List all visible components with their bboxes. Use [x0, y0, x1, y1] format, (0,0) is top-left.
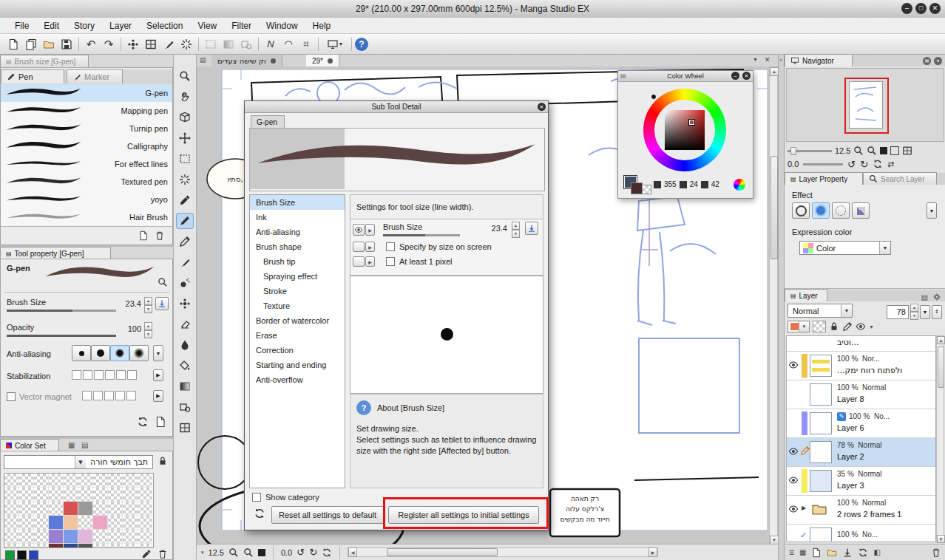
color-swatch[interactable] — [93, 488, 108, 502]
anti-aliasing-none[interactable] — [72, 345, 91, 361]
color-swatch[interactable] — [78, 502, 93, 516]
hue-cursor[interactable] — [651, 94, 657, 100]
brush-item-yoyo[interactable]: yoyo — [1, 191, 172, 208]
dialog-affected-by-button[interactable] — [525, 222, 538, 235]
maximize-button[interactable]: □ — [915, 3, 927, 14]
tool-pen[interactable] — [176, 213, 194, 229]
palette-select[interactable]: תבך חומשי חורה ▼ — [4, 455, 153, 469]
reset-all-settings-button[interactable]: Reset all settings to default — [271, 506, 384, 524]
brush-item-textured-pen[interactable]: Textured pen — [1, 173, 172, 191]
tool-selection[interactable] — [176, 151, 194, 167]
category-brush-size[interactable]: Brush Size — [250, 195, 345, 210]
color-swatch[interactable] — [4, 502, 19, 516]
merge-down-icon[interactable] — [858, 547, 868, 558]
tab-layer[interactable]: ▤Layer — [785, 289, 827, 301]
tool-airbrush[interactable] — [176, 275, 194, 291]
anti-aliasing-medium[interactable] — [110, 345, 129, 361]
visibility-eye-icon[interactable] — [788, 475, 800, 487]
menu-item-selection[interactable]: Selection — [139, 18, 190, 34]
nav-actual-size-icon[interactable] — [890, 146, 899, 155]
menu-item-edit[interactable]: Edit — [36, 18, 67, 34]
color-swatch[interactable] — [19, 502, 34, 516]
tab-search-layer[interactable]: Search Layer — [863, 172, 937, 185]
tool-pencil[interactable] — [176, 233, 194, 250]
menu-item-story[interactable]: Story — [67, 18, 102, 34]
fit-to-screen-icon[interactable] — [258, 549, 265, 556]
color-swatch[interactable] — [64, 530, 78, 544]
layer-thumbnail[interactable] — [810, 527, 832, 542]
tab-layer-property[interactable]: ▤Layer Property — [785, 172, 863, 185]
color-swatch[interactable] — [4, 488, 19, 502]
screen-size-toggle-icon[interactable] — [353, 242, 365, 252]
dialog-close-icon[interactable]: ✕ — [538, 103, 546, 111]
color-swatch[interactable] — [108, 544, 123, 548]
color-swatch[interactable] — [34, 502, 49, 516]
category-erase[interactable]: Erase — [250, 328, 345, 343]
category-anti-aliasing[interactable]: Anti-aliasing — [250, 225, 345, 239]
color-swatch[interactable] — [123, 530, 138, 544]
opacity-slider[interactable] — [7, 335, 116, 337]
nav-rotate-ccw-icon[interactable]: ↺ — [847, 159, 856, 170]
canvas-rotation-value[interactable]: 0.0 — [281, 548, 292, 557]
canvas-vscrollbar[interactable]: ▲ ▼ — [769, 66, 778, 544]
expression-color-select[interactable]: Color ▼ — [799, 241, 891, 255]
show-category-checkbox[interactable] — [252, 493, 261, 502]
color-swatch[interactable] — [19, 530, 34, 544]
dialog-tool-tab[interactable]: G-pen — [251, 115, 285, 128]
color-swatch[interactable] — [49, 488, 64, 502]
color-swatch[interactable] — [19, 516, 34, 530]
color-swatch[interactable] — [34, 544, 49, 548]
reset-tool-icon[interactable] — [137, 416, 149, 428]
opacity-value[interactable]: 100 — [116, 324, 141, 333]
redo-icon[interactable]: ↷ — [100, 36, 118, 52]
tab-list-icon[interactable]: ▤ — [200, 56, 206, 64]
layer-row-partial-bottom[interactable]: ✓ 100 % No... — [787, 525, 935, 542]
color-swatch[interactable] — [108, 474, 123, 488]
layer-row-layer6[interactable]: ✎ 100 % No... Layer 6 — [787, 409, 935, 438]
line-width-icon[interactable]: N — [262, 36, 280, 52]
color-swatch[interactable] — [138, 502, 152, 516]
tool-fill[interactable] — [176, 358, 194, 374]
color-swatch[interactable] — [34, 488, 49, 502]
check-icon[interactable]: ✓ — [800, 530, 807, 540]
palette-lock-icon[interactable] — [158, 456, 168, 466]
lock-transparent-icon[interactable] — [813, 321, 826, 332]
color-swatch[interactable] — [93, 502, 108, 516]
layer-thumbnail[interactable] — [810, 441, 832, 463]
layer-row-layer3[interactable]: 35 % Normal Layer 3 — [787, 467, 935, 496]
color-swatch[interactable] — [78, 530, 93, 544]
delete-layer-icon[interactable] — [931, 547, 941, 558]
layer-panel-settings-icon[interactable] — [932, 293, 941, 301]
color-swatch[interactable] — [4, 530, 19, 544]
tab-navigator[interactable]: Navigator — [785, 54, 853, 66]
brush-item-hair-brush[interactable]: Hair Brush — [1, 208, 172, 226]
effect-layer-color-icon[interactable] — [852, 202, 870, 219]
rotate-cw-icon[interactable]: ↻ — [309, 547, 317, 558]
menu-item-layer[interactable]: Layer — [102, 18, 139, 34]
color-swatch[interactable] — [123, 516, 138, 530]
color-swatch[interactable] — [108, 516, 123, 530]
category-border-of-watercolor[interactable]: Border of watercolor — [250, 313, 345, 328]
select-tool-icon-1[interactable] — [202, 36, 220, 52]
color-swatch[interactable] — [64, 488, 78, 502]
color-swatch[interactable] — [123, 502, 138, 516]
effect-border-icon[interactable] — [792, 202, 810, 219]
reset-rotation-icon[interactable] — [322, 547, 332, 558]
category-starting-and-ending[interactable]: Starting and ending — [250, 358, 345, 372]
grid-view-icon[interactable]: ▦ — [68, 441, 75, 449]
effect-dropdown-arrow[interactable]: ▼ — [927, 202, 937, 219]
category-brush-shape[interactable]: Brush shape — [250, 239, 345, 254]
color-swatch[interactable] — [19, 488, 34, 502]
save-icon[interactable] — [58, 36, 75, 52]
layer-color-select[interactable]: ▼ — [788, 321, 810, 332]
color-swatch[interactable] — [138, 530, 152, 544]
color-swatch[interactable] — [64, 544, 78, 548]
navigator-rotate-slider[interactable] — [803, 163, 843, 165]
delete-color-icon[interactable] — [158, 549, 168, 559]
subtool-tab-marker[interactable]: Marker — [67, 69, 123, 83]
vector-magnet-meter[interactable] — [82, 391, 136, 400]
color-swatch[interactable] — [138, 544, 152, 548]
color-swatch[interactable] — [138, 488, 152, 502]
layer-menu-icon[interactable]: ≡ — [789, 547, 794, 558]
layer-row-layer2-selected[interactable]: 78 % Normal Layer 2 — [787, 438, 935, 467]
